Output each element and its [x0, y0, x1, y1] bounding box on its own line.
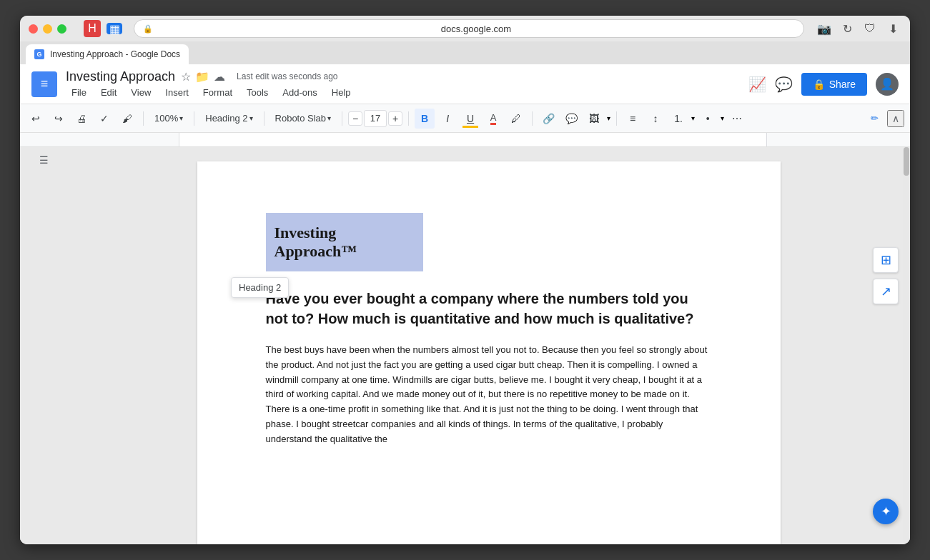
right-action-buttons: ⊞ ↗	[873, 247, 899, 304]
bold-button[interactable]: B	[415, 109, 435, 129]
user-avatar[interactable]: 👤	[876, 73, 899, 96]
numbered-list-button[interactable]: 1.	[668, 109, 688, 129]
toolbar-separator-5	[408, 111, 409, 126]
font-chevron-icon: ▾	[327, 114, 331, 122]
link-button[interactable]: 🔗	[538, 109, 558, 129]
ruler-inner	[179, 133, 767, 146]
add-icon: ⊞	[881, 252, 891, 268]
font-size-decrease-button[interactable]: −	[348, 111, 362, 126]
address-bar[interactable]: 🔒 docs.google.com	[134, 19, 804, 38]
folder-icon[interactable]: 📁	[195, 70, 209, 84]
share-label: Share	[829, 79, 856, 90]
scroll-thumb[interactable]	[904, 147, 909, 176]
redo-button[interactable]: ↪	[49, 109, 69, 129]
toolbar-collapse-button[interactable]: ∧	[887, 110, 904, 127]
menu-tools[interactable]: Tools	[241, 86, 274, 99]
font-size-control: − +	[348, 110, 402, 127]
format-tooltip: Heading 2	[231, 277, 289, 298]
text-color-button[interactable]: A	[483, 109, 503, 129]
title-bar-right: 📷 ↻ 🛡 ⬇	[816, 20, 901, 37]
comments-icon[interactable]: 💬	[775, 76, 793, 93]
menu-file[interactable]: File	[66, 86, 92, 99]
doc-title[interactable]: Investing Approach	[66, 69, 175, 84]
paint-format-button[interactable]: 🖌	[117, 109, 137, 129]
spellcheck-button[interactable]: ✓	[94, 109, 114, 129]
text-color-a-icon: A	[490, 112, 497, 125]
font-size-input[interactable]	[364, 110, 387, 127]
page-container[interactable]: Investing Approach™ Have you ever bought…	[67, 147, 910, 544]
download-icon[interactable]: ⬇	[884, 20, 901, 37]
activity-icon[interactable]: 📈	[748, 76, 766, 93]
line-spacing-button[interactable]: ↕	[645, 109, 666, 129]
title-bar: H ▦ 🔒 docs.google.com 📷 ↻ 🛡 ⬇	[20, 16, 910, 41]
outline-icon[interactable]: ☰	[39, 154, 49, 166]
zoom-selector[interactable]: 100% ▾	[149, 111, 188, 126]
doc-title-image: Investing Approach™	[266, 213, 423, 271]
undo-button[interactable]: ↩	[26, 109, 46, 129]
cloud-icon[interactable]: ☁	[214, 70, 225, 84]
comment-button[interactable]: 💬	[561, 109, 581, 129]
bulleted-list-button[interactable]: •	[698, 109, 718, 129]
underline-button[interactable]: U	[460, 109, 480, 129]
add-note-button[interactable]: ⊞	[873, 247, 899, 273]
app-header: ≡ Investing Approach ☆ 📁 ☁ Last edit was…	[20, 64, 910, 104]
image-chevron-icon[interactable]: ▾	[607, 114, 610, 122]
format-tooltip-text: Heading 2	[239, 282, 281, 293]
extension-tab-icon[interactable]: ▦	[107, 23, 122, 34]
image-button[interactable]: 🖼	[584, 109, 604, 129]
scrollbar[interactable]	[903, 147, 910, 544]
alignment-button[interactable]: ≡	[623, 109, 643, 129]
toolbar-separator-2	[194, 111, 194, 126]
menu-help[interactable]: Help	[326, 86, 357, 99]
active-tab[interactable]: G Investing Approach - Google Docs	[26, 44, 189, 64]
ssl-lock-icon: 🔒	[143, 24, 153, 34]
toolbar-separator-4	[342, 111, 342, 126]
pencil-icon: ✏	[871, 113, 879, 124]
font-selector[interactable]: Roboto Slab ▾	[270, 111, 337, 126]
smart-compose-button[interactable]: ✦	[873, 499, 899, 524]
more-options-button[interactable]: ⋯	[727, 109, 747, 129]
menu-insert[interactable]: Insert	[159, 86, 194, 99]
font-size-increase-button[interactable]: +	[388, 111, 402, 126]
tab-bar: G Investing Approach - Google Docs	[20, 41, 910, 64]
maximize-button[interactable]	[57, 24, 66, 34]
doc-title-row: Investing Approach ☆ 📁 ☁ Last edit was s…	[66, 69, 740, 84]
url-text: docs.google.com	[157, 24, 795, 34]
left-ruler: ☰	[20, 147, 67, 544]
print-button[interactable]: 🖨	[71, 109, 91, 129]
share-button[interactable]: 🔒 Share	[801, 73, 867, 96]
menu-bar: File Edit View Insert Format Tools Add-o…	[66, 86, 740, 99]
doc-title-icons: ☆ 📁 ☁	[181, 70, 225, 84]
refresh-icon[interactable]: ↻	[839, 20, 856, 37]
browser-window: H ▦ 🔒 docs.google.com 📷 ↻ 🛡 ⬇ G Investin…	[20, 16, 910, 544]
bulleted-list-chevron-icon[interactable]: ▾	[721, 114, 724, 122]
star-icon[interactable]: ☆	[181, 70, 191, 84]
feedback-icon: ↗	[881, 284, 891, 299]
italic-button[interactable]: I	[437, 109, 457, 129]
menu-addons[interactable]: Add-ons	[277, 86, 322, 99]
style-value: Heading 2	[205, 113, 247, 124]
menu-edit[interactable]: Edit	[95, 86, 122, 99]
feedback-button[interactable]: ↗	[873, 279, 899, 304]
numbered-list-chevron-icon[interactable]: ▾	[691, 114, 695, 122]
highlight-button[interactable]: 🖊	[506, 109, 526, 129]
traffic-lights	[29, 24, 66, 34]
extension-h-icon[interactable]: H	[84, 20, 101, 37]
menu-view[interactable]: View	[125, 86, 157, 99]
screenshare-icon[interactable]: 📷	[816, 20, 833, 37]
doc-app-icon: ≡	[31, 71, 57, 97]
style-selector[interactable]: Heading 2 ▾	[200, 111, 257, 126]
tab-title: Investing Approach - Google Docs	[50, 49, 180, 59]
editing-mode-button[interactable]: ✏	[865, 110, 884, 126]
style-chevron-icon: ▾	[249, 114, 253, 122]
menu-format[interactable]: Format	[197, 86, 238, 99]
sparkle-icon: ✦	[881, 504, 891, 519]
close-button[interactable]	[29, 24, 38, 34]
toolbar-separator-7	[616, 111, 617, 126]
minimize-button[interactable]	[43, 24, 52, 34]
toolbar-separator-3	[264, 111, 264, 126]
document-area: ☰ Investing Approach™ Have you ever boug…	[20, 147, 910, 544]
toolbar-separator-6	[532, 111, 533, 126]
toolbar-separator-1	[143, 111, 144, 126]
shield-icon[interactable]: 🛡	[861, 20, 879, 37]
